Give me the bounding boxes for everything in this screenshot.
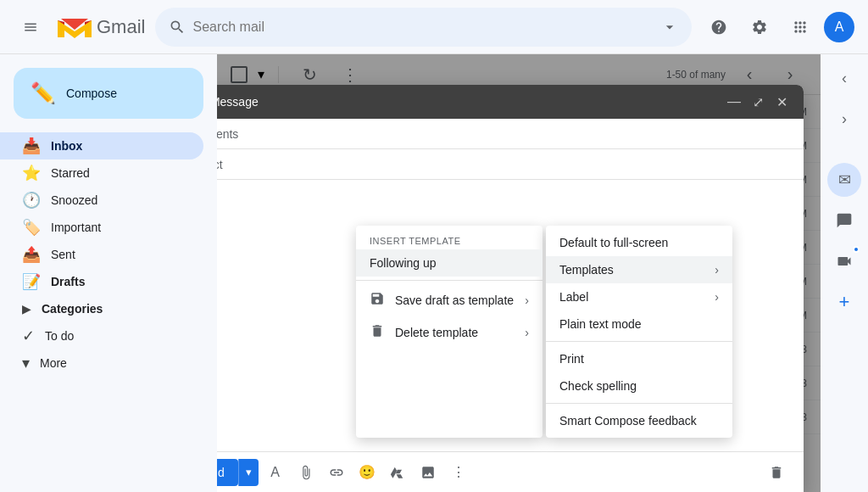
drafts-icon: 📝 xyxy=(22,272,41,291)
trash-button[interactable] xyxy=(763,459,790,486)
search-bar[interactable] xyxy=(155,8,692,47)
options-menu: Default to full-screen Templates › Label… xyxy=(546,226,732,438)
sidebar-item-label: Important xyxy=(51,221,190,234)
layout: ✏️ Compose 📥 Inbox ⭐ Starred 🕐 Snoozed 🏷… xyxy=(0,54,868,492)
hamburger-menu[interactable] xyxy=(14,10,47,44)
avatar[interactable]: A xyxy=(824,12,854,42)
delete-template[interactable]: Delete template › xyxy=(356,316,542,349)
apps-button[interactable] xyxy=(783,10,817,44)
compose-plus-icon: ✏️ xyxy=(31,81,56,105)
sidebar-item-drafts[interactable]: 📝 Drafts xyxy=(0,268,203,295)
minimize-button[interactable]: — xyxy=(726,93,743,110)
search-dropdown-icon[interactable] xyxy=(661,19,678,36)
delete-template-label: Delete template xyxy=(395,326,478,339)
sidebar-item-sent[interactable]: 📤 Sent xyxy=(0,241,203,268)
todo-icon: ✓ xyxy=(22,327,35,345)
search-icon xyxy=(169,19,186,36)
main-content: ▾ ↻ ⋮ 1-50 of many ‹ › ☆ 4:15 PM ☆ xyxy=(217,54,821,492)
gmail-logo: Gmail xyxy=(58,15,145,39)
subject-label: Subject xyxy=(217,158,223,171)
send-button-group: Send ▾ xyxy=(217,459,259,486)
arrow-icon: › xyxy=(715,290,719,304)
more-icon: ▾ xyxy=(22,354,30,372)
save-icon xyxy=(370,291,385,310)
sidebar-item-snoozed[interactable]: 🕐 Snoozed xyxy=(0,187,203,214)
menu-section-label: INSERT TEMPLATE xyxy=(356,229,542,249)
compose-title: New Message xyxy=(217,95,726,109)
subject-field[interactable]: Subject xyxy=(217,149,804,180)
right-panel-chat[interactable] xyxy=(827,204,861,238)
option-label: Label xyxy=(559,290,588,304)
template-item-label: Following up xyxy=(370,256,437,270)
template-menu: INSERT TEMPLATE Following up Save draft … xyxy=(356,226,542,438)
save-draft-label: Save draft as template xyxy=(395,294,514,307)
recipients-field[interactable]: Recipients xyxy=(217,119,804,149)
compose-toolbar: Send ▾ A 🙂 xyxy=(217,451,804,492)
option-label[interactable]: Label › xyxy=(546,283,732,310)
template-following-up[interactable]: Following up xyxy=(356,249,542,277)
important-icon: 🏷️ xyxy=(22,218,41,237)
expand-button[interactable]: ⤢ xyxy=(749,93,766,110)
sidebar-item-label: Drafts xyxy=(51,275,190,288)
sidebar-item-more[interactable]: ▾ More xyxy=(0,349,203,377)
compose-header-icons: — ⤢ ✕ xyxy=(726,93,790,110)
send-dropdown[interactable]: ▾ xyxy=(238,459,259,486)
option-check-spelling[interactable]: Check spelling xyxy=(546,372,732,400)
menu-divider xyxy=(356,280,542,281)
help-button[interactable] xyxy=(702,10,736,44)
sidebar-item-categories[interactable]: ▶ Categories xyxy=(0,295,203,322)
sidebar-item-todo[interactable]: ✓ To do xyxy=(0,322,203,349)
topbar: Gmail A xyxy=(0,0,868,54)
settings-button[interactable] xyxy=(743,10,776,44)
search-input[interactable] xyxy=(192,20,654,35)
starred-icon: ⭐ xyxy=(22,164,41,182)
option-print[interactable]: Print xyxy=(546,345,732,372)
right-panel-mail[interactable]: ✉ xyxy=(827,163,861,197)
snoozed-icon: 🕐 xyxy=(22,191,41,210)
right-panel: ‹ › ✉ + xyxy=(821,54,868,492)
topbar-icons: A xyxy=(702,10,854,44)
menu-container: INSERT TEMPLATE Following up Save draft … xyxy=(356,226,732,438)
option-label: Default to full-screen xyxy=(559,236,668,249)
arrow-icon: › xyxy=(525,294,529,307)
format-button[interactable]: A xyxy=(262,459,289,486)
attach-button[interactable] xyxy=(292,459,320,486)
emoji-button[interactable]: 🙂 xyxy=(353,459,381,486)
option-label: Check spelling xyxy=(559,379,637,393)
sidebar-item-label: Inbox xyxy=(51,139,190,153)
right-panel-add[interactable]: + xyxy=(827,285,861,319)
sidebar-item-label: To do xyxy=(45,329,190,343)
notification-dot xyxy=(853,246,860,253)
arrow-icon: › xyxy=(525,326,529,339)
right-panel-meet[interactable] xyxy=(827,244,861,278)
option-smart-compose[interactable]: Smart Compose feedback xyxy=(546,407,732,434)
sidebar-item-starred[interactable]: ⭐ Starred xyxy=(0,159,203,187)
delete-icon xyxy=(370,323,385,342)
option-label: Plain text mode xyxy=(559,317,642,331)
sidebar: ✏️ Compose 📥 Inbox ⭐ Starred 🕐 Snoozed 🏷… xyxy=(0,54,217,492)
sidebar-item-label: Snoozed xyxy=(51,193,190,207)
compose-label: Compose xyxy=(66,87,117,100)
save-draft-template[interactable]: Save draft as template › xyxy=(356,284,542,316)
sidebar-item-important[interactable]: 🏷️ Important xyxy=(0,214,203,241)
right-panel-arrow-left[interactable]: ‹ xyxy=(827,61,861,95)
more-options-button[interactable]: ⋮ xyxy=(445,459,472,486)
menu-divider xyxy=(546,403,732,404)
compose-header: New Message — ⤢ ✕ xyxy=(217,85,804,119)
right-panel-arrow-right[interactable]: › xyxy=(827,102,861,136)
compose-button[interactable]: ✏️ Compose xyxy=(14,68,203,119)
photo-button[interactable] xyxy=(415,459,442,486)
sidebar-item-label: Categories xyxy=(42,302,190,316)
sidebar-item-label: More xyxy=(40,356,190,370)
gmail-text: Gmail xyxy=(97,16,145,38)
close-button[interactable]: ✕ xyxy=(773,93,790,110)
link-button[interactable] xyxy=(323,459,350,486)
option-plain-text[interactable]: Plain text mode xyxy=(546,310,732,338)
sidebar-item-label: Starred xyxy=(51,166,190,180)
option-templates[interactable]: Templates › xyxy=(546,256,732,283)
drive-button[interactable] xyxy=(384,459,411,486)
send-button[interactable]: Send xyxy=(217,459,238,486)
option-default-fullscreen[interactable]: Default to full-screen xyxy=(546,229,732,256)
option-label: Templates xyxy=(559,263,614,277)
sidebar-item-inbox[interactable]: 📥 Inbox xyxy=(0,132,203,159)
